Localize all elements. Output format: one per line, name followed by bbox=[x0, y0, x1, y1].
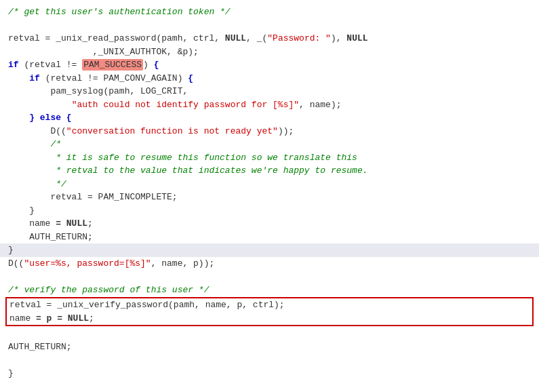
code-line: ,_UNIX_AUTHTOK, &p); bbox=[0, 45, 539, 59]
code-line: AUTH_RETURN; bbox=[0, 340, 539, 354]
code-line: /* verify the password of this user */ bbox=[0, 283, 539, 297]
code-line bbox=[0, 19, 539, 33]
code-line: "auth could not identify password for [%… bbox=[0, 98, 539, 112]
code-line: AUTH_RETURN; bbox=[0, 231, 539, 244]
code-line: * it is safe to resume this function so … bbox=[0, 151, 539, 165]
code-line: } bbox=[0, 204, 539, 218]
code-line: if (retval != PAM_CONV_AGAIN) { bbox=[0, 72, 539, 85]
code-line bbox=[0, 270, 539, 283]
code-line: retval = PAM_INCOMPLETE; bbox=[0, 191, 539, 204]
code-viewer: /* get this user's authentication token … bbox=[0, 0, 539, 385]
code-line: */ bbox=[0, 178, 539, 191]
code-line bbox=[0, 353, 539, 367]
code-line: D(("conversation function is not ready y… bbox=[0, 125, 539, 138]
code-line: /* bbox=[0, 138, 539, 151]
code-line: retval = _unix_verify_password(pamh, nam… bbox=[7, 298, 532, 312]
code-line: } bbox=[0, 367, 539, 380]
highlighted-box: retval = _unix_verify_password(pamh, nam… bbox=[5, 297, 534, 326]
code-line: if (retval != PAM_SUCCESS) { bbox=[0, 58, 539, 72]
code-line: /* get this user's authentication token … bbox=[0, 5, 539, 19]
code-line: retval = _unix_read_password(pamh, ctrl,… bbox=[0, 32, 539, 45]
code-line: * retval to the value that indicates we'… bbox=[0, 164, 539, 178]
code-line: D(("user=%s, password=[%s]", name, p)); bbox=[0, 257, 539, 271]
code-line: pam_syslog(pamh, LOG_CRIT, bbox=[0, 85, 539, 98]
code-line: } else { bbox=[0, 111, 539, 125]
code-line: name = NULL; bbox=[0, 217, 539, 231]
code-line: } bbox=[0, 243, 539, 257]
code-line: name = p = NULL; bbox=[7, 312, 532, 326]
code-line bbox=[0, 327, 539, 340]
